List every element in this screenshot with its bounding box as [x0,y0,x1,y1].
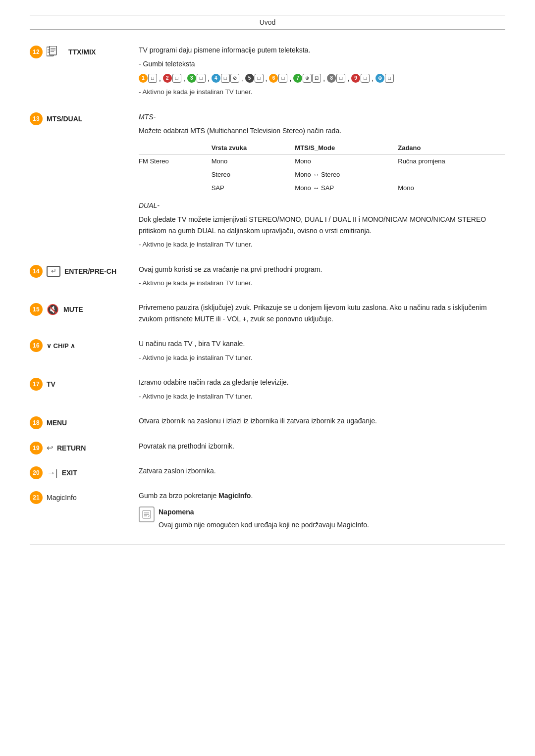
ttx-content: TV programi daju pismene informacije put… [139,45,505,101]
section-left-enter: 14 ↵ ENTER/PRE-CH [30,264,139,278]
tele-box-2: □ [172,74,181,83]
mute-label: MUTE [63,305,83,313]
mute-content: Privremeno pauzira (isključuje) zvuk. Pr… [139,302,505,327]
enter-active: - Aktivno je kada je instaliran TV tuner… [139,278,505,289]
mts-row-3: SAP Mono ↔ SAP Mono [139,182,505,195]
menu-content: Otvara izbornik na zaslonu i izlazi iz i… [139,415,505,429]
ttx-gumbi: - Gumbi teleteksta [139,58,505,69]
mts-cell-0-0: FM Stereo [139,155,212,168]
tele-num-7: 7 [293,74,302,83]
badge-21: 21 [30,491,43,504]
dual-desc: Dok gledate TV možete izmjenjivati STERE… [139,214,505,236]
page-content: Uvod 12 TTX/MIX [0,0,535,565]
section-menu: 18 MENU Otvara izbornik na zaslonu i izl… [30,415,505,429]
tv-content: Izravno odabire način rada za gledanje t… [139,377,505,404]
mts-col-1: Vrsta zvuka [212,142,295,155]
tele-sep-1: , [159,73,161,84]
teletext-icons-row: 1□ , 2□ , 3□ , 4□⊘ , 5□ , [139,73,505,84]
tele-btn-5: 5□ [245,74,264,83]
badge-13: 13 [30,112,43,125]
mts-col-0 [139,142,212,155]
tele-sep-9: , [372,73,374,84]
tele-box-9a: □ [361,74,370,83]
tele-num-5: 5 [245,74,254,83]
tele-box-10: □ [385,74,394,83]
section-mts-dual: 13 MTS/DUAL MTS- Možete odabrati MTS (Mu… [30,111,505,253]
tele-box-1: □ [148,74,157,83]
enter-content: Ovaj gumb koristi se za vraćanje na prvi… [139,264,505,292]
exit-icon: →| [47,468,58,478]
tele-num-1: 1 [139,74,148,83]
badge-18: 18 [30,416,43,429]
exit-content: Zatvara zaslon izbornika. [139,465,505,479]
ttx-desc: TV programi daju pismene informacije put… [139,45,505,55]
tele-btn-9: 9□ [351,74,370,83]
tele-num-8: 8 [327,74,336,83]
tele-sep-5: , [266,73,268,84]
tele-btn-1: 1□ [139,74,157,83]
badge-20: 20 [30,466,43,479]
section-ch-p: 16 ∨ CH/P ∧ U načinu rada TV , bira TV k… [30,338,505,366]
mute-desc: Privremeno pauzira (isključuje) zvuk. Pr… [139,302,505,324]
tele-box-8: □ [336,74,345,83]
magicinfo-content: Gumb za brzo pokretanje MagicInfo. Napom… [139,490,505,533]
bottom-divider [30,545,505,545]
tele-sep-2: , [183,73,185,84]
section-left-ttx: 12 TTX/MIX [30,45,139,58]
svg-rect-4 [50,46,56,55]
tele-btn-8: 8□ [327,74,345,83]
tele-num-9: 9 [351,74,360,83]
note-icon [139,506,155,522]
mts-label: MTS/DUAL [47,115,82,123]
section-left-mute: 15 🔇 MUTE [30,302,139,316]
tele-box-4a: □ [221,74,230,83]
ch-content: U načinu rada TV , bira TV kanale. - Akt… [139,338,505,366]
badge-16: 16 [30,339,43,352]
magicinfo-desc: Gumb za brzo pokretanje MagicInfo. [139,490,505,501]
section-ttx-mix: 12 TTX/MIX TV programi daju p [30,45,505,101]
tele-btn-7: 7⊕⊡ [293,74,321,83]
tele-sep-8: , [347,73,349,84]
tv-desc: Izravno odabire način rada za gledanje t… [139,377,505,388]
tele-box-6: □ [278,74,287,83]
ch-desc: U načinu rada TV , bira TV kanale. [139,338,505,349]
section-left-mts: 13 MTS/DUAL [30,111,139,125]
enter-desc: Ovaj gumb koristi se za vraćanje na prvi… [139,264,505,275]
note-text: Ovaj gumb nije omogućen kod uređaja koji… [159,519,369,530]
mts-col-2: MTS/S_Mode [295,142,398,155]
badge-12: 12 [30,46,43,58]
mts-cell-2-0 [139,182,212,195]
badge-15: 15 [30,303,43,316]
mts-active: - Aktivno je kada je instaliran TV tuner… [139,239,505,250]
return-label: RETURN [57,444,86,452]
note-content: Napomena Ovaj gumb nije omogućen kod ure… [159,506,369,534]
mts-cell-1-1: Stereo [212,168,295,182]
note-label: Napomena [159,508,194,516]
mts-row-1: FM Stereo Mono Mono Ručna promjena [139,155,505,168]
mts-cell-2-2: Mono ↔ SAP [295,182,398,195]
mts-cell-0-1: Mono [212,155,295,168]
tele-box-7b: ⊡ [312,74,321,83]
tele-sep-7: , [323,73,325,84]
section-left-ch: 16 ∨ CH/P ∧ [30,338,139,352]
section-left-exit: 20 →| EXIT [30,465,139,479]
section-left-menu: 18 MENU [30,415,139,429]
enter-label: ENTER/PRE-CH [64,267,116,275]
section-exit: 20 →| EXIT Zatvara zaslon izbornika. [30,465,505,479]
mts-cell-2-1: SAP [212,182,295,195]
tele-btn-10: ⊕□ [375,74,394,83]
tele-box-7a: ⊕ [303,74,312,83]
tele-sep-3: , [208,73,210,84]
tele-btn-2: 2□ [163,74,181,83]
magicinfo-desc-prefix: Gumb za brzo pokretanje [139,492,218,500]
badge-14: 14 [30,265,43,278]
ch-active: - Aktivno je kada je instaliran TV tuner… [139,353,505,363]
mute-icon: 🔇 [47,303,59,315]
badge-17: 17 [30,378,43,391]
badge-19: 19 [30,442,43,454]
mts-cell-1-0 [139,168,212,182]
tele-num-3: 3 [187,74,196,83]
section-mute: 15 🔇 MUTE Privremeno pauzira (isključuje… [30,302,505,327]
exit-label: EXIT [62,469,77,477]
section-left-magicinfo: 21 MagicInfo [30,490,139,504]
